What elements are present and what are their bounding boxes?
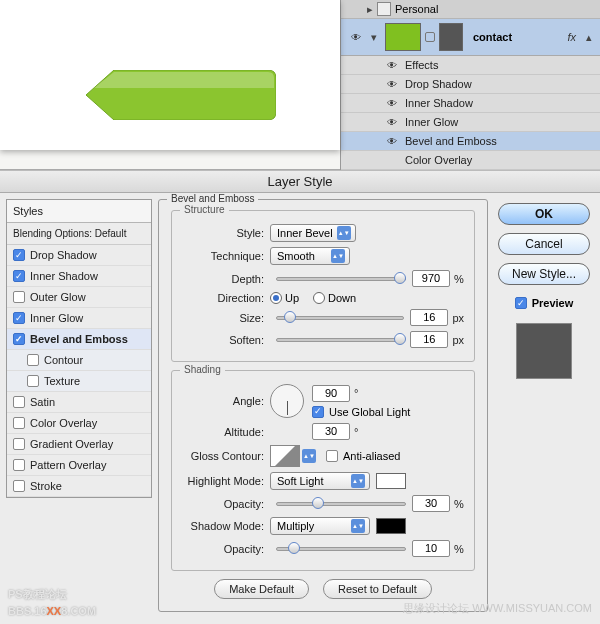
style-checkbox[interactable] [13,417,25,429]
direction-up-radio[interactable] [270,292,282,304]
depth-input[interactable]: 970 [412,270,450,287]
style-item-color-overlay[interactable]: Color Overlay [7,413,151,434]
style-item-inner-glow[interactable]: Inner Glow [7,308,151,329]
new-style-button[interactable]: New Style... [498,263,590,285]
style-checkbox[interactable] [27,375,39,387]
styles-header[interactable]: Styles [7,200,151,223]
effect-drop-shadow[interactable]: Drop Shadow [341,75,600,94]
preview-checkbox[interactable] [515,297,527,309]
bevel-emboss-panel: Bevel and Emboss Structure Style: Inner … [158,199,488,612]
ok-button[interactable]: OK [498,203,590,225]
style-checkbox[interactable] [27,354,39,366]
layer-thumb [385,23,421,51]
style-item-stroke[interactable]: Stroke [7,476,151,497]
mask-thumb [439,23,463,51]
size-slider[interactable] [276,311,404,325]
global-light-checkbox[interactable] [312,406,324,418]
style-item-gradient-overlay[interactable]: Gradient Overlay [7,434,151,455]
expand-icon[interactable]: ▸ [363,3,377,16]
effect-inner-shadow[interactable]: Inner Shadow [341,94,600,113]
layers-panel: ▸ Personal ▾ contact fx ▴ Effects Drop S… [340,0,600,170]
shadow-color-swatch[interactable] [376,518,406,534]
style-checkbox[interactable] [13,459,25,471]
style-item-inner-shadow[interactable]: Inner Shadow [7,266,151,287]
gloss-contour-picker[interactable] [270,445,300,467]
style-checkbox[interactable] [13,480,25,492]
layer-name[interactable]: contact [469,31,561,43]
style-checkbox[interactable] [13,312,25,324]
style-item-satin[interactable]: Satin [7,392,151,413]
visibility-icon[interactable] [387,59,397,71]
shadow-mode-select[interactable]: Multiply▲▼ [270,517,370,535]
angle-input[interactable]: 90 [312,385,350,402]
depth-slider[interactable] [276,272,406,286]
style-item-contour[interactable]: Contour [7,350,151,371]
effect-color-overlay[interactable]: Color Overlay [341,151,600,170]
make-default-button[interactable]: Make Default [214,579,309,599]
style-label: Contour [44,354,83,366]
style-label: Texture [44,375,80,387]
style-label: Pattern Overlay [30,459,106,471]
style-checkbox[interactable] [13,291,25,303]
style-label: Stroke [30,480,62,492]
style-checkbox[interactable] [13,396,25,408]
fx-badge[interactable]: fx [561,31,582,43]
soften-slider[interactable] [276,333,404,347]
visibility-icon[interactable] [387,116,397,128]
highlight-opacity-input[interactable]: 30 [412,495,450,512]
altitude-input[interactable]: 30 [312,423,350,440]
style-item-bevel-and-emboss[interactable]: Bevel and Emboss [7,329,151,350]
effect-inner-glow[interactable]: Inner Glow [341,113,600,132]
style-select[interactable]: Inner Bevel▲▼ [270,224,356,242]
select-arrows-icon: ▲▼ [351,519,365,533]
visibility-icon[interactable] [387,78,397,90]
select-arrows-icon: ▲▼ [351,474,365,488]
style-label: Inner Glow [30,312,83,324]
highlight-mode-select[interactable]: Soft Light▲▼ [270,472,370,490]
panel-title: Bevel and Emboss [167,193,258,204]
fx-expand-icon[interactable]: ▴ [582,31,596,44]
layer-row-contact[interactable]: ▾ contact fx ▴ [341,19,600,56]
select-arrows-icon: ▲▼ [331,249,345,263]
antialiased-checkbox[interactable] [326,450,338,462]
preview-swatch [516,323,572,379]
blending-options[interactable]: Blending Options: Default [7,223,151,245]
style-checkbox[interactable] [13,270,25,282]
style-label: Inner Shadow [30,270,98,282]
select-arrows-icon[interactable]: ▲▼ [302,449,316,463]
style-checkbox[interactable] [13,249,25,261]
style-label: Bevel and Emboss [30,333,128,345]
shadow-opacity-input[interactable]: 10 [412,540,450,557]
style-item-pattern-overlay[interactable]: Pattern Overlay [7,455,151,476]
visibility-icon[interactable] [387,135,397,147]
technique-select[interactable]: Smooth▲▼ [270,247,350,265]
angle-dial[interactable] [270,384,304,418]
style-checkbox[interactable] [13,333,25,345]
expand-icon[interactable]: ▾ [367,31,381,44]
style-item-drop-shadow[interactable]: Drop Shadow [7,245,151,266]
select-arrows-icon: ▲▼ [337,226,351,240]
size-input[interactable]: 16 [410,309,448,326]
style-label: Satin [30,396,55,408]
style-item-outer-glow[interactable]: Outer Glow [7,287,151,308]
structure-group: Structure Style: Inner Bevel▲▼ Technique… [171,210,475,362]
group-personal[interactable]: Personal [395,3,438,15]
link-icon[interactable] [425,32,435,42]
visibility-icon[interactable] [387,97,397,109]
styles-list: Styles Blending Options: Default Drop Sh… [6,199,152,498]
style-checkbox[interactable] [13,438,25,450]
layer-style-dialog: Styles Blending Options: Default Drop Sh… [0,193,600,624]
soften-input[interactable]: 16 [410,331,448,348]
effect-bevel-emboss[interactable]: Bevel and Emboss [341,132,600,151]
watermark-right: 思缘设计论坛 WWW.MISSYUAN.COM [403,601,592,616]
cancel-button[interactable]: Cancel [498,233,590,255]
highlight-opacity-slider[interactable] [276,497,406,511]
visibility-icon[interactable] [345,31,367,43]
style-item-texture[interactable]: Texture [7,371,151,392]
style-label: Gradient Overlay [30,438,113,450]
effects-header[interactable]: Effects [341,56,600,75]
direction-down-radio[interactable] [313,292,325,304]
reset-default-button[interactable]: Reset to Default [323,579,432,599]
highlight-color-swatch[interactable] [376,473,406,489]
shadow-opacity-slider[interactable] [276,542,406,556]
